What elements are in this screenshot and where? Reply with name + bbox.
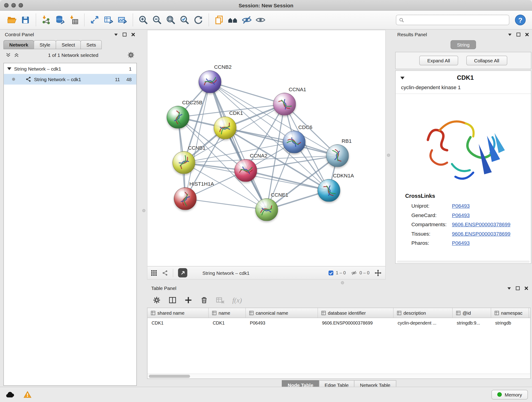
column-header[interactable]: name (209, 308, 246, 318)
crosslink-value-link[interactable]: P06493 (452, 203, 470, 209)
network-node[interactable] (172, 151, 195, 174)
new-network-icon[interactable] (88, 13, 102, 27)
search-input[interactable] (406, 17, 506, 23)
network-node[interactable] (199, 70, 221, 93)
zoom-out-icon[interactable] (150, 13, 164, 27)
selected-checkbox-icon[interactable] (328, 270, 334, 275)
network-node[interactable] (273, 93, 296, 115)
column-header[interactable]: description (394, 308, 453, 318)
column-header-label: @id (462, 310, 471, 316)
crosslink-label: Pharos: (412, 240, 452, 246)
crosslink-value-link[interactable]: 9606.ENSP00000378699 (452, 231, 510, 237)
table-cell[interactable]: P06493 (246, 320, 318, 325)
network-node[interactable] (326, 144, 349, 167)
panel-float-icon[interactable] (114, 32, 119, 37)
main-toolbar: ? (0, 11, 532, 30)
tab-select[interactable]: Select (56, 40, 81, 49)
control-panel: Control Panel Network Style Select Sets … (3, 30, 138, 387)
zoom-selected-icon[interactable] (178, 13, 191, 27)
refresh-icon[interactable] (191, 13, 205, 27)
tab-style[interactable]: Style (34, 40, 56, 49)
panel-close-icon[interactable] (131, 32, 136, 37)
help-icon[interactable]: ? (513, 13, 527, 27)
panel-maximize-icon[interactable] (515, 286, 520, 290)
network-label: String Network – cdk1 (34, 77, 81, 82)
birds-eye-view-icon[interactable] (374, 269, 382, 277)
panel-maximize-icon[interactable] (516, 32, 521, 37)
network-options-gear-icon[interactable] (127, 51, 135, 59)
tab-string[interactable]: String (450, 40, 476, 49)
network-collection-row[interactable]: String Network – cdk1 1 (4, 63, 137, 74)
save-session-icon[interactable] (19, 13, 32, 27)
network-node[interactable] (283, 131, 306, 153)
collapse-all-button[interactable]: Collapse All (466, 56, 507, 65)
network-node[interactable] (317, 179, 340, 202)
column-header[interactable]: canonical name (246, 308, 318, 318)
network-node[interactable] (167, 106, 190, 128)
panel-maximize-icon[interactable] (122, 32, 127, 37)
panel-close-icon[interactable] (525, 32, 530, 37)
column-header[interactable]: shared name (147, 308, 209, 318)
tab-network[interactable]: Network (3, 40, 34, 49)
network-node[interactable] (214, 117, 236, 139)
table-cell[interactable]: stringdb:9... (453, 320, 491, 325)
hidden-eye-slash-icon[interactable] (351, 270, 357, 275)
gene-expand-triangle-icon[interactable] (400, 77, 405, 79)
network-node[interactable] (255, 198, 278, 221)
open-session-icon[interactable] (5, 13, 19, 27)
network-node[interactable] (234, 159, 257, 182)
expand-all-icon[interactable] (14, 52, 19, 58)
cloud-status-icon[interactable] (4, 389, 17, 400)
tab-sets[interactable]: Sets (80, 40, 102, 49)
collection-expand-triangle-icon[interactable] (7, 67, 12, 70)
table-cell[interactable]: 9606.ENSP00000378699 (318, 320, 394, 325)
import-network-database-icon[interactable] (53, 13, 67, 27)
splitter-handle[interactable] (142, 209, 146, 212)
column-header[interactable]: namespac (491, 308, 529, 318)
splitter-handle[interactable] (341, 281, 344, 284)
results-scrollbar[interactable] (397, 261, 530, 263)
zoom-in-icon[interactable] (137, 13, 150, 27)
collapse-all-icon[interactable] (6, 52, 11, 58)
warning-icon[interactable] (21, 389, 34, 400)
column-header[interactable]: @id (453, 308, 491, 318)
hide-selected-eye-slash-icon[interactable] (240, 13, 254, 27)
network-canvas[interactable]: CCNB2 CCNA1 CDC25B CDK1 CDC6 RB1 CCNB1 C… (147, 30, 385, 266)
network-node[interactable] (174, 187, 196, 210)
table-cell[interactable]: CDK1 (209, 320, 246, 325)
export-image-icon[interactable] (115, 13, 129, 27)
memory-button[interactable]: Memory (492, 390, 528, 400)
scrollbar-thumb[interactable] (149, 375, 190, 378)
network-share-view-icon[interactable] (162, 270, 168, 276)
crosslink-value-link[interactable]: P06493 (452, 240, 470, 246)
toolbar-separator (209, 13, 209, 27)
table-settings-gear-icon[interactable] (152, 296, 161, 304)
splitter-handle[interactable] (387, 154, 390, 157)
zoom-fit-icon[interactable] (164, 13, 178, 27)
crosslink-value-link[interactable]: 9606.ENSP00000378699 (452, 221, 510, 227)
table-cell[interactable]: stringdb (491, 320, 529, 325)
crosslink-value-link[interactable]: P06493 (452, 212, 470, 218)
table-horizontal-scrollbar[interactable] (147, 374, 530, 379)
copy-document-icon[interactable] (212, 13, 226, 27)
expand-all-button[interactable]: Expand All (419, 56, 458, 65)
panel-close-icon[interactable] (524, 286, 529, 290)
column-attribute-icon (495, 311, 499, 315)
import-table-file-icon[interactable] (67, 13, 81, 27)
import-network-file-icon[interactable] (40, 13, 53, 27)
show-all-eye-icon[interactable] (254, 13, 267, 27)
delete-column-trash-icon[interactable] (200, 296, 208, 304)
node-layer: CCNB2 CCNA1 CDC25B CDK1 CDC6 RB1 CCNB1 C… (147, 30, 385, 266)
network-row[interactable]: String Network – cdk1 11 48 (4, 74, 137, 85)
first-neighbors-icon[interactable] (226, 13, 240, 27)
add-column-plus-icon[interactable] (184, 296, 192, 304)
panel-float-icon[interactable] (507, 286, 512, 290)
panel-float-icon[interactable] (508, 32, 512, 37)
detach-view-button[interactable] (178, 268, 187, 278)
grid-view-icon[interactable] (151, 270, 157, 276)
table-cell[interactable]: CDK1 (147, 320, 209, 325)
show-columns-icon[interactable] (168, 296, 177, 304)
column-header[interactable]: database identifier (318, 308, 394, 318)
table-cell[interactable]: cyclin-dependent ... (394, 320, 453, 325)
network-from-table-icon[interactable] (102, 13, 115, 27)
